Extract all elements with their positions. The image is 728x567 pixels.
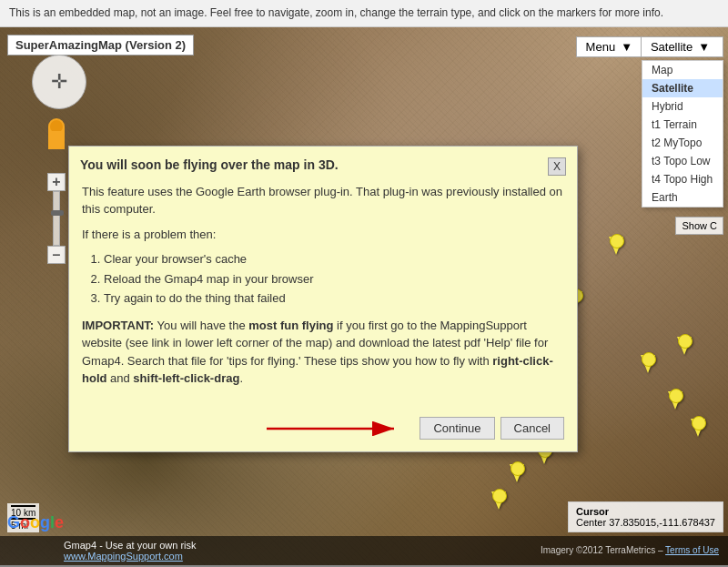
modal-close-button[interactable]: X	[548, 157, 566, 176]
continue-button[interactable]: Continue	[420, 417, 494, 440]
modal-dialog: You will soon be flying over the map in …	[68, 146, 578, 452]
modal-important-label: IMPORTANT:	[82, 319, 154, 332]
modal-header: You will soon be flying over the map in …	[69, 147, 577, 176]
map-container[interactable]: SuperAmazingMap (Version 2) ✛ + – Menu ▼…	[0, 27, 728, 565]
modal-title: You will soon be flying over the map in …	[80, 157, 339, 172]
arrow-container: Continue Cancel	[69, 408, 577, 451]
top-bar-text: This is an embedded map, not an image. F…	[9, 6, 663, 19]
top-bar: This is an embedded map, not an image. F…	[0, 0, 728, 27]
modal-step-2: Reload the Gmap4 map in your browser	[104, 270, 564, 289]
arrow-image	[82, 415, 405, 442]
modal-important-text: IMPORTANT: You will have the most fun fl…	[82, 317, 564, 388]
modal-body: This feature uses the Google Earth brows…	[69, 176, 577, 408]
modal-most-fun: most fun flying	[248, 319, 333, 332]
modal-body-p1: This feature uses the Google Earth brows…	[82, 183, 564, 218]
arrow-svg	[259, 418, 405, 440]
modal-buttons: Continue Cancel	[420, 417, 564, 440]
modal-and: and	[106, 371, 133, 385]
modal-step-3: Try again to do the thing that failed	[104, 289, 564, 308]
modal-bold-slcd: shift-left-click-drag	[133, 371, 239, 385]
modal-steps-list: Clear your browser's cache Reload the Gm…	[82, 250, 564, 308]
modal-step-1: Clear your browser's cache	[104, 250, 564, 268]
modal-body-p2: If there is a problem then:	[82, 226, 564, 244]
modal-end: .	[239, 371, 243, 385]
cancel-button[interactable]: Cancel	[500, 417, 564, 440]
modal-important-intro: You will have the	[154, 319, 248, 332]
modal-overlay: You will soon be flying over the map in …	[0, 27, 728, 565]
